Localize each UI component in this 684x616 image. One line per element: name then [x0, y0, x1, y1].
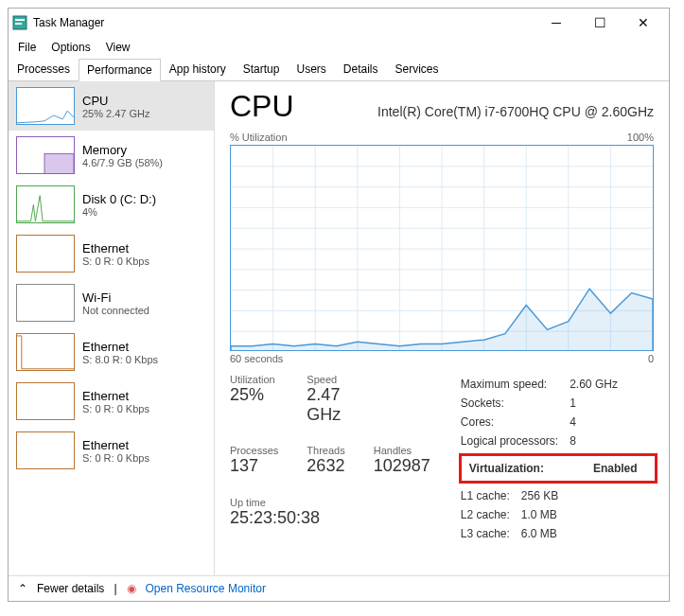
tab-users[interactable]: Users	[288, 58, 334, 80]
stat-value: 1	[570, 395, 627, 412]
stat-label: Cores:	[461, 414, 568, 431]
performance-sidebar: CPU25% 2.47 GHz Memory4.6/7.9 GB (58%) D…	[9, 81, 215, 575]
task-manager-window: Task Manager ─ ☐ ✕ File Options View Pro…	[8, 8, 670, 602]
stat-label: L2 cache:	[461, 506, 519, 523]
sidebar-sub: S: 0 R: 0 Kbps	[82, 452, 149, 464]
separator: |	[114, 582, 116, 595]
page-title: CPU	[230, 89, 294, 124]
stat-value: 25%	[230, 385, 278, 405]
sidebar-item-memory[interactable]: Memory4.6/7.9 GB (58%)	[9, 131, 214, 180]
cpu-model: Intel(R) Core(TM) i7-6700HQ CPU @ 2.60GH…	[377, 104, 654, 119]
sidebar-item-ethernet-3[interactable]: EthernetS: 0 R: 0 Kbps	[9, 377, 214, 426]
eth-thumb	[16, 431, 75, 469]
eth-thumb	[16, 382, 75, 420]
svg-rect-1	[15, 19, 25, 21]
eth-thumb	[16, 235, 75, 273]
cpu-detail-pane: CPU Intel(R) Core(TM) i7-6700HQ CPU @ 2.…	[215, 81, 669, 575]
sidebar-label: Memory	[82, 143, 163, 157]
stat-label: Handles	[374, 445, 430, 456]
sidebar-item-ethernet-1[interactable]: EthernetS: 0 R: 0 Kbps	[9, 229, 214, 278]
menubar: File Options View	[9, 37, 669, 58]
sidebar-sub: S: 8.0 R: 0 Kbps	[82, 354, 158, 365]
stat-label: Sockets:	[461, 395, 568, 412]
menu-view[interactable]: View	[100, 39, 136, 56]
cpu-thumb	[16, 87, 75, 125]
chart-xlabel: 60 seconds	[230, 353, 283, 364]
sidebar-item-wifi[interactable]: Wi-FiNot connected	[9, 278, 214, 327]
stat-value: Enabled	[555, 460, 647, 477]
cpu-stats-primary: Utilization25% Speed2.47 GHz Processes13…	[230, 374, 430, 544]
sidebar-item-ethernet-4[interactable]: EthernetS: 0 R: 0 Kbps	[9, 426, 214, 475]
stat-value: 2.47 GHz	[307, 385, 344, 425]
sidebar-sub: S: 0 R: 0 Kbps	[82, 255, 149, 267]
menu-file[interactable]: File	[12, 39, 42, 56]
stat-value: 25:23:50:38	[230, 508, 430, 528]
svg-rect-3	[44, 153, 74, 173]
stat-value: 256 KB	[521, 487, 568, 504]
tab-app-history[interactable]: App history	[161, 58, 235, 80]
stat-label: Virtualization:	[469, 460, 553, 477]
footer: ⌃ Fewer details | ◉ Open Resource Monito…	[9, 575, 669, 601]
sidebar-item-ethernet-2[interactable]: EthernetS: 8.0 R: 0 Kbps	[9, 327, 214, 377]
tab-startup[interactable]: Startup	[235, 58, 289, 80]
stat-label: Threads	[307, 445, 344, 456]
sidebar-sub: 4%	[82, 206, 156, 218]
cpu-stats-secondary: Maximum speed:2.60 GHz Sockets:1 Cores:4…	[459, 374, 658, 544]
chart-ylabel: % Utilization	[230, 132, 288, 143]
stat-label: L1 cache:	[461, 487, 519, 504]
titlebar: Task Manager ─ ☐ ✕	[9, 9, 669, 37]
app-icon	[12, 15, 27, 30]
sidebar-sub: S: 0 R: 0 Kbps	[82, 403, 149, 414]
stat-label: L3 cache:	[461, 525, 519, 542]
sidebar-label: Ethernet	[82, 241, 149, 255]
tab-performance[interactable]: Performance	[79, 59, 161, 81]
sidebar-sub: 25% 2.47 GHz	[82, 108, 150, 119]
sidebar-label: Ethernet	[82, 438, 149, 452]
chart-xright: 0	[648, 353, 654, 364]
eth-thumb	[16, 333, 75, 371]
window-title: Task Manager	[33, 16, 535, 29]
sidebar-item-cpu[interactable]: CPU25% 2.47 GHz	[9, 81, 214, 131]
stat-value: 2632	[307, 456, 344, 476]
minimize-button[interactable]: ─	[535, 9, 578, 37]
stat-value: 8	[570, 432, 627, 449]
content-area: CPU25% 2.47 GHz Memory4.6/7.9 GB (58%) D…	[9, 81, 669, 575]
close-button[interactable]: ✕	[622, 9, 665, 37]
svg-rect-2	[15, 23, 22, 25]
stat-value: 102987	[374, 456, 430, 476]
stat-label: Utilization	[230, 374, 278, 385]
stat-label: Logical processors:	[461, 432, 568, 449]
tab-processes[interactable]: Processes	[9, 58, 79, 80]
disk-thumb	[16, 185, 75, 223]
sidebar-label: Disk 0 (C: D:)	[82, 192, 156, 206]
sidebar-sub: Not connected	[82, 305, 149, 316]
sidebar-label: CPU	[82, 94, 150, 108]
sidebar-label: Ethernet	[82, 389, 149, 403]
open-resource-monitor-link[interactable]: Open Resource Monitor	[146, 582, 266, 595]
stat-label: Speed	[307, 374, 344, 385]
fewer-details-link[interactable]: Fewer details	[37, 582, 104, 595]
stat-label: Processes	[230, 445, 278, 456]
stat-value: 6.0 MB	[521, 525, 568, 542]
stat-label: Up time	[230, 497, 430, 508]
resmon-icon: ◉	[127, 582, 136, 595]
menu-options[interactable]: Options	[45, 39, 96, 56]
stat-value: 137	[230, 456, 278, 476]
wifi-thumb	[16, 284, 75, 322]
chevron-up-icon: ⌃	[18, 582, 27, 595]
window-controls: ─ ☐ ✕	[535, 9, 665, 37]
tab-details[interactable]: Details	[335, 58, 387, 80]
maximize-button[interactable]: ☐	[578, 9, 622, 37]
stat-value: 1.0 MB	[521, 506, 568, 523]
stat-value: 2.60 GHz	[570, 376, 627, 393]
tab-services[interactable]: Services	[387, 58, 447, 80]
sidebar-item-disk[interactable]: Disk 0 (C: D:)4%	[9, 180, 214, 229]
cpu-utilization-chart	[230, 145, 654, 351]
stat-label: Maximum speed:	[461, 376, 568, 393]
memory-thumb	[16, 136, 75, 174]
tabstrip: Processes Performance App history Startu…	[9, 58, 669, 81]
sidebar-sub: 4.6/7.9 GB (58%)	[82, 157, 163, 168]
chart-ymax: 100%	[627, 132, 654, 143]
sidebar-label: Ethernet	[82, 340, 158, 354]
virtualization-highlight: Virtualization:Enabled	[459, 453, 658, 484]
